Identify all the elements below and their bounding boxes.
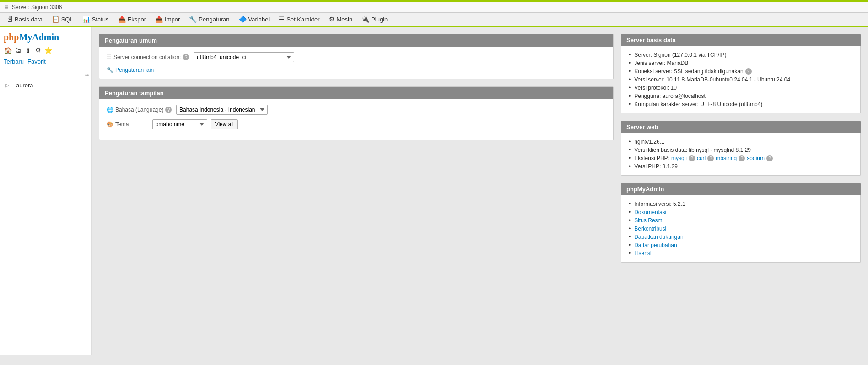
theme-icon: 🎨 bbox=[107, 121, 113, 128]
display-settings-card: Pengaturan tampilan 🌐 Bahasa (Language) … bbox=[99, 86, 614, 140]
nav-label-plugin: Plugin bbox=[371, 16, 388, 23]
server-db-header: Server basis data bbox=[621, 34, 861, 46]
language-icon: 🌐 bbox=[107, 107, 113, 113]
server-db-item-4: Versi protokol: 10 bbox=[629, 84, 853, 92]
nav-item-impor[interactable]: 📥Impor bbox=[151, 13, 184, 26]
sodium-info-icon[interactable]: ? bbox=[766, 155, 773, 161]
other-settings-link[interactable]: 🔧 Pengaturan lain bbox=[107, 67, 606, 73]
server-db-item-3: Versi server: 10.11.8-MariaDB-0ubuntu0.2… bbox=[629, 75, 853, 84]
ext-mbstring-link[interactable]: mbstring bbox=[716, 155, 737, 161]
nav-item-ekspor[interactable]: 📤Ekspor bbox=[113, 13, 151, 26]
server-web-item-3: Versi PHP: 8.1.29 bbox=[629, 162, 853, 171]
language-row: 🌐 Bahasa (Language) ? Bahasa Indonesia -… bbox=[107, 105, 606, 115]
server-web-item-2: Ekstensi PHP: mysqli ? curl ? mbstring ?… bbox=[629, 154, 853, 162]
curl-info-icon[interactable]: ? bbox=[707, 155, 714, 161]
pma-docs-item: Dokumentasi bbox=[629, 208, 853, 216]
mbstring-info-icon[interactable]: ? bbox=[739, 155, 745, 161]
logo-myadmin: MyAdmin bbox=[19, 32, 59, 42]
general-settings-header: Pengaturan umum bbox=[99, 34, 613, 47]
nav-item-basis-data[interactable]: 🗄Basis data bbox=[2, 13, 47, 26]
settings-icon[interactable]: ⚙ bbox=[34, 46, 42, 54]
nav-icon-set-karakter: ☰ bbox=[279, 16, 285, 23]
pma-site-item: Situs Resmi bbox=[629, 216, 853, 225]
server-web-header: Server web bbox=[621, 121, 861, 133]
server-db-item-0: Server: Signon (127.0.0.1 via TCP/IP) bbox=[629, 51, 853, 59]
navbar: 🗄Basis data📋SQL📊Status📤Ekspor📥Impor🔧Peng… bbox=[0, 13, 868, 27]
theme-controls: pmahomme original metro View all bbox=[152, 119, 238, 129]
pma-docs-link[interactable]: Dokumentasi bbox=[634, 209, 666, 215]
nav-label-basis-data: Basis data bbox=[15, 16, 43, 23]
wrench-icon: 🔧 bbox=[107, 67, 113, 73]
nav-icon-impor: 📥 bbox=[155, 16, 163, 23]
nav-label-ekspor: Ekspor bbox=[128, 16, 146, 23]
nav-icon-mesin: ⚙ bbox=[329, 16, 335, 23]
server-db-item-5: Pengguna: aurora@localhost bbox=[629, 92, 853, 100]
nav-label-variabel: Variabel bbox=[248, 16, 270, 23]
server-db-item-1: Jenis server: MariaDB bbox=[629, 59, 853, 67]
nav-label-pengaturan: Pengaturan bbox=[199, 16, 229, 23]
ssl-info-icon[interactable]: ? bbox=[745, 68, 752, 75]
main-content: Pengaturan umum ☰ Server connection coll… bbox=[92, 27, 621, 355]
window-icon: 🖥 bbox=[4, 4, 9, 11]
phpmyadmin-section: phpMyAdmin Informasi versi: 5.2.1 Dokume… bbox=[621, 183, 861, 263]
ext-sodium-link[interactable]: sodium bbox=[747, 155, 765, 161]
sidebar-actions: Terbaru Favorit bbox=[0, 57, 91, 69]
expand-icon[interactable]: ⇔ bbox=[85, 72, 89, 78]
other-settings-row: 🔧 Pengaturan lain bbox=[107, 67, 606, 73]
server-db-item-6: Kumpulan karakter server: UTF-8 Unicode … bbox=[629, 100, 853, 108]
pma-contribute-link[interactable]: Berkontribusi bbox=[634, 225, 666, 232]
ext-curl-link[interactable]: curl bbox=[697, 155, 706, 161]
favorit-link[interactable]: Favorit bbox=[27, 58, 46, 65]
sidebar: phpMyAdmin 🏠 🗂 ℹ ⚙ ⭐ Terbaru Favorit — ⇔… bbox=[0, 27, 92, 355]
logo: phpMyAdmin bbox=[4, 32, 59, 43]
view-all-button[interactable]: View all bbox=[211, 119, 238, 129]
sidebar-tree: ▷— aurora bbox=[0, 79, 91, 91]
pma-license-link[interactable]: Lisensi bbox=[634, 250, 651, 257]
pma-license-item: Lisensi bbox=[629, 249, 853, 258]
pma-support-item: Dapatkan dukungan bbox=[629, 233, 853, 241]
pma-support-link[interactable]: Dapatkan dukungan bbox=[634, 234, 683, 240]
mysqli-info-icon[interactable]: ? bbox=[689, 155, 695, 161]
pma-site-link[interactable]: Situs Resmi bbox=[634, 217, 663, 224]
home-icon[interactable]: 🏠 bbox=[4, 46, 12, 54]
nav-icon-sql: 📋 bbox=[52, 16, 59, 23]
table-icon[interactable]: 🗂 bbox=[14, 46, 22, 54]
nav-item-pengaturan[interactable]: 🔧Pengaturan bbox=[184, 13, 234, 26]
logo-php: php bbox=[4, 32, 19, 42]
terbaru-link[interactable]: Terbaru bbox=[4, 58, 24, 65]
theme-label: 🎨 Tema bbox=[107, 121, 148, 128]
collation-row: ☰ Server connection collation: ? utf8mb4… bbox=[107, 52, 606, 62]
language-info-icon[interactable]: ? bbox=[165, 107, 172, 113]
phpmyadmin-list: Informasi versi: 5.2.1 Dokumentasi Situs… bbox=[629, 200, 853, 258]
db-tree-item[interactable]: ▷— aurora bbox=[4, 81, 87, 90]
db-icon-small: ☰ bbox=[107, 54, 112, 60]
nav-item-variabel[interactable]: 🔷Variabel bbox=[234, 13, 275, 26]
display-settings-title: Pengaturan tampilan bbox=[105, 90, 164, 97]
info-icon[interactable]: ℹ bbox=[24, 46, 32, 54]
nav-icon-basis-data: 🗄 bbox=[6, 16, 13, 23]
nav-item-sql[interactable]: 📋SQL bbox=[47, 13, 78, 26]
star-icon[interactable]: ⭐ bbox=[44, 46, 52, 54]
nav-item-set-karakter[interactable]: ☰Set Karakter bbox=[274, 13, 324, 26]
collation-select[interactable]: utf8mb4_unicode_ci utf8_general_ci latin… bbox=[194, 52, 294, 62]
minimize-icon[interactable]: — bbox=[77, 72, 83, 78]
ext-mysqli-link[interactable]: mysqli bbox=[671, 155, 687, 161]
pma-changelog-link[interactable]: Daftar perubahan bbox=[634, 242, 677, 248]
server-title: Server: Signon 3306 bbox=[12, 4, 62, 11]
db-name[interactable]: aurora bbox=[16, 82, 33, 89]
nav-label-sql: SQL bbox=[61, 16, 73, 23]
theme-select[interactable]: pmahomme original metro bbox=[152, 119, 207, 129]
nav-icon-variabel: 🔷 bbox=[239, 16, 247, 23]
display-settings-body: 🌐 Bahasa (Language) ? Bahasa Indonesia -… bbox=[99, 99, 613, 140]
display-settings-header: Pengaturan tampilan bbox=[99, 87, 613, 99]
nav-label-status: Status bbox=[92, 16, 109, 23]
nav-item-status[interactable]: 📊Status bbox=[78, 13, 113, 26]
nav-icon-ekspor: 📤 bbox=[118, 16, 126, 23]
nav-item-mesin[interactable]: ⚙Mesin bbox=[324, 13, 357, 26]
server-db-list: Server: Signon (127.0.0.1 via TCP/IP) Je… bbox=[629, 51, 853, 108]
collation-info-icon[interactable]: ? bbox=[183, 54, 189, 60]
nav-item-plugin[interactable]: 🔌Plugin bbox=[357, 13, 392, 26]
right-panel: Server basis data Server: Signon (127.0.… bbox=[621, 27, 868, 355]
language-select[interactable]: Bahasa Indonesia - Indonesian English De… bbox=[176, 105, 268, 115]
phpmyadmin-body: Informasi versi: 5.2.1 Dokumentasi Situs… bbox=[621, 195, 861, 263]
